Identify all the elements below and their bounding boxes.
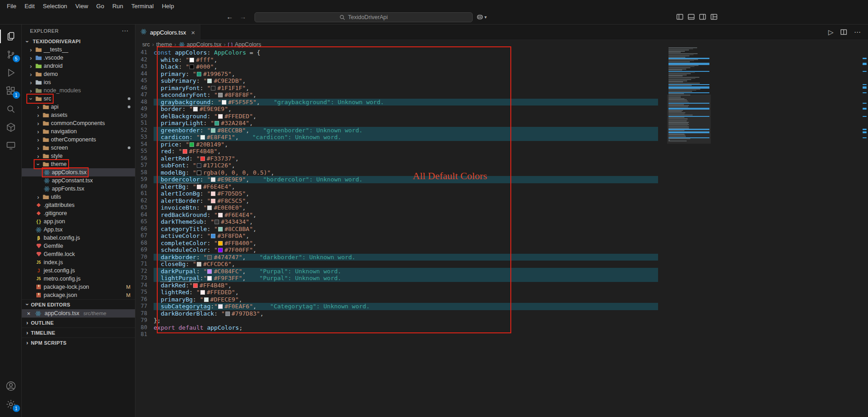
code-line-61[interactable]: 61 alertIconBg: "#F7D5D5", bbox=[135, 190, 868, 197]
code-line-57[interactable]: 57 subFont: "#171C26", bbox=[135, 162, 868, 169]
tree-item-gitattributes[interactable]: .gitattributes bbox=[22, 201, 135, 209]
breadcrumb-item-appcolors[interactable]: AppColors bbox=[228, 41, 261, 48]
tree-item-style[interactable]: ›style bbox=[22, 152, 135, 160]
forward-arrow-icon[interactable]: → bbox=[239, 13, 246, 20]
tree-item-node-modules[interactable]: ›node_modules bbox=[22, 86, 135, 95]
code-line-58[interactable]: 58 modelBg: "rgba(0, 0, 0, 0.5)", bbox=[135, 169, 868, 176]
tree-item-appfonts-tsx[interactable]: appFonts.tsx bbox=[22, 185, 135, 193]
more-actions-icon[interactable]: ⋯ bbox=[122, 27, 129, 35]
code-line-51[interactable]: 51 primaryLight: "#32A284", bbox=[135, 120, 868, 127]
code-line-65[interactable]: 65 darkThemeSub: "#343434", bbox=[135, 218, 868, 226]
customize-layout-icon[interactable] bbox=[710, 13, 718, 20]
breadcrumb-item-appcolors-tsx[interactable]: appColors.tsx bbox=[179, 41, 221, 48]
editor-more-actions-icon[interactable]: ⋯ bbox=[854, 28, 861, 36]
code-line-70[interactable]: 70 darkborder: "#474747","darkborder": U… bbox=[135, 254, 868, 261]
close-icon[interactable]: × bbox=[25, 310, 32, 317]
menu-item-selection[interactable]: Selection bbox=[39, 0, 71, 12]
tree-item-demo[interactable]: ›demo bbox=[22, 70, 135, 78]
menu-item-file[interactable]: File bbox=[3, 0, 20, 12]
code-line-53[interactable]: 53 cardicon: "#E8F4F1","cardicon": Unkno… bbox=[135, 134, 868, 141]
menu-item-run[interactable]: Run bbox=[108, 0, 127, 12]
code-line-47[interactable]: 47 secondaryFont: "#8F8F8F", bbox=[135, 91, 868, 99]
code-line-48[interactable]: 48 graybackground: "#F5F5F5","graybackgr… bbox=[135, 99, 868, 106]
activity-testing-icon[interactable] bbox=[0, 118, 22, 136]
split-editor-button[interactable] bbox=[840, 29, 847, 35]
code-line-49[interactable]: 49 border: "#E9E9E9", bbox=[135, 106, 868, 113]
section-npm-scripts[interactable]: ›NPM SCRIPTS bbox=[22, 337, 135, 347]
toggle-primary-sidebar-icon[interactable] bbox=[676, 13, 683, 20]
code-line-78[interactable]: 78 darkBorderBlack: "#797D83", bbox=[135, 310, 868, 317]
section-timeline[interactable]: ›TIMELINE bbox=[22, 327, 135, 337]
menu-item-view[interactable]: View bbox=[71, 0, 92, 12]
code-line-73[interactable]: 73 lightPurpal:"#F9F3FF","Purpal": Unkno… bbox=[135, 275, 868, 282]
code-line-77[interactable]: 77 subCategorytag:"#F0EAF6","Categorytag… bbox=[135, 303, 868, 310]
tree-item-screen[interactable]: ›screen bbox=[22, 144, 135, 152]
code-line-80[interactable]: 80export default appColors; bbox=[135, 324, 868, 332]
toggle-panel-icon[interactable] bbox=[688, 13, 695, 20]
tree-item-tests[interactable]: ›__tests__ bbox=[22, 45, 135, 54]
menu-item-terminal[interactable]: Terminal bbox=[127, 0, 158, 12]
code-line-75[interactable]: 75 lightRed: "#FFEDED", bbox=[135, 289, 868, 296]
toggle-secondary-sidebar-icon[interactable] bbox=[699, 13, 706, 20]
menu-item-help[interactable]: Help bbox=[158, 0, 178, 12]
tree-item-assets[interactable]: ›assets bbox=[22, 111, 135, 119]
code-line-44[interactable]: 44 primary: "#199675", bbox=[135, 70, 868, 78]
settings-icon[interactable]: 1 bbox=[0, 395, 22, 413]
tree-item-navigation[interactable]: ›navigation bbox=[22, 127, 135, 136]
menu-item-go[interactable]: Go bbox=[92, 0, 108, 12]
open-editor-item[interactable]: ×appColors.tsxsrc/theme bbox=[22, 309, 135, 317]
back-arrow-icon[interactable]: ← bbox=[226, 13, 233, 20]
code-line-67[interactable]: 67 activeColor: "#3F8FDA", bbox=[135, 232, 868, 240]
section-open-editors[interactable]: ›OPEN EDITORS bbox=[22, 299, 135, 309]
breadcrumb-item-theme[interactable]: theme bbox=[156, 41, 172, 48]
code-line-42[interactable]: 42 white: "#fff", bbox=[135, 56, 868, 64]
run-button[interactable]: ▷ bbox=[828, 28, 833, 36]
minimap[interactable] bbox=[667, 47, 711, 197]
code-line-76[interactable]: 76 primaryBg: "#DFECE9", bbox=[135, 296, 868, 303]
code-line-54[interactable]: 54 price: "#20B149", bbox=[135, 141, 868, 148]
code-line-50[interactable]: 50 delBackground: "#FFEDED", bbox=[135, 113, 868, 120]
code-editor[interactable]: 41const appColors: AppColors = {42 white… bbox=[135, 49, 868, 338]
code-line-66[interactable]: 66 categoryTitle: "#8CCBBA", bbox=[135, 226, 868, 233]
tree-item-theme[interactable]: ›theme bbox=[22, 160, 135, 168]
tree-item-package-json[interactable]: package.jsonM bbox=[22, 291, 135, 299]
code-line-59[interactable]: 59 bordercolor: "#E9E9E9","bordercolor":… bbox=[135, 176, 868, 183]
activity-explorer-icon[interactable] bbox=[0, 27, 22, 45]
code-line-79[interactable]: 79}; bbox=[135, 317, 868, 324]
activity-remote-explorer-icon[interactable] bbox=[0, 136, 22, 155]
tree-item-gemfile-lock[interactable]: Gemfile.lock bbox=[22, 250, 135, 258]
code-line-43[interactable]: 43 black: "#000", bbox=[135, 63, 868, 70]
section-outline[interactable]: ›OUTLINE bbox=[22, 317, 135, 327]
tree-item-appconstant-tsx[interactable]: appConstant.tsx bbox=[22, 176, 135, 185]
tree-item-app-json[interactable]: {}app.json bbox=[22, 217, 135, 226]
tree-item-gemfile[interactable]: Gemfile bbox=[22, 242, 135, 250]
tree-item-othercomponents[interactable]: ›otherComponents bbox=[22, 136, 135, 144]
code-line-64[interactable]: 64 redBackGround: "#F6E4E4", bbox=[135, 211, 868, 219]
close-icon[interactable]: × bbox=[191, 29, 195, 36]
code-line-74[interactable]: 74 darkRed:"#FF4B4B", bbox=[135, 282, 868, 289]
code-line-81[interactable]: 81 bbox=[135, 331, 868, 338]
code-line-63[interactable]: 63 invoiceBtn: "#E0E0E0", bbox=[135, 204, 868, 211]
breadcrumb-item-src[interactable]: src bbox=[142, 41, 150, 48]
activity-search-icon[interactable] bbox=[0, 100, 22, 118]
tree-item-vscode[interactable]: ›.vscode bbox=[22, 54, 135, 62]
account-icon[interactable] bbox=[0, 377, 22, 395]
tree-item-appcolors-tsx[interactable]: appColors.tsx bbox=[22, 168, 135, 176]
tree-item-babel-config-js[interactable]: βbabel.config.js bbox=[22, 234, 135, 242]
code-line-46[interactable]: 46 primaryFont: "#1F1F1F", bbox=[135, 85, 868, 92]
copilot-menu[interactable]: ▾ bbox=[476, 13, 487, 20]
tree-item-package-lock-json[interactable]: package-lock.jsonM bbox=[22, 283, 135, 291]
tree-item-android[interactable]: ›android bbox=[22, 62, 135, 70]
code-line-55[interactable]: 55 red: "#FF4B4B", bbox=[135, 148, 868, 155]
tree-item-index-js[interactable]: JSindex.js bbox=[22, 258, 135, 266]
tree-item-ios[interactable]: ›ios bbox=[22, 78, 135, 86]
tree-item-jest-config-js[interactable]: Jjest.config.js bbox=[22, 266, 135, 275]
code-line-41[interactable]: 41const appColors: AppColors = { bbox=[135, 49, 868, 56]
code-line-71[interactable]: 71 closeBg: "#CFCDC6", bbox=[135, 261, 868, 268]
tree-item-gitignore[interactable]: .gitignore bbox=[22, 209, 135, 217]
code-line-68[interactable]: 68 completeColor: "#FFB400", bbox=[135, 240, 868, 247]
activity-source-control-icon[interactable]: 5 bbox=[0, 45, 22, 64]
tree-item-src[interactable]: ›src bbox=[22, 95, 135, 103]
tab-appcolors[interactable]: appColors.tsx × bbox=[135, 25, 200, 40]
tree-root[interactable]: › TEXIDODRIVERAPI bbox=[22, 37, 135, 45]
